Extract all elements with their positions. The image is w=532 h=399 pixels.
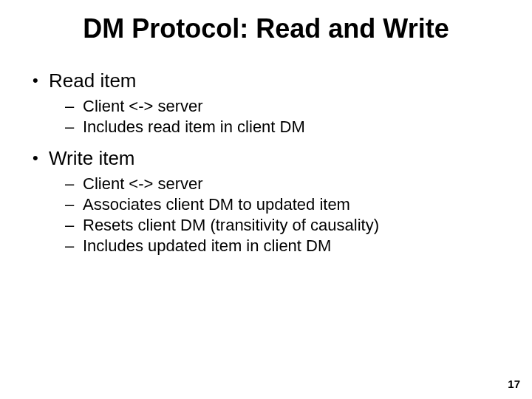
slide-body: Read item Client <-> server Includes rea… [0, 44, 532, 256]
slide: DM Protocol: Read and Write Read item Cl… [0, 0, 532, 399]
subbullet: Includes updated item in client DM [30, 236, 502, 256]
subbullets-write: Client <-> server Associates client DM t… [30, 174, 502, 256]
bullet-read-item: Read item [30, 69, 502, 92]
subbullet: Includes read item in client DM [30, 117, 502, 137]
subbullet: Associates client DM to updated item [30, 195, 502, 214]
subbullet: Resets client DM (transitivity of causal… [30, 216, 502, 235]
subbullets-read: Client <-> server Includes read item in … [30, 97, 502, 137]
page-number: 17 [508, 378, 520, 390]
subbullet: Client <-> server [30, 97, 502, 116]
subbullet: Client <-> server [30, 174, 502, 194]
bullet-write-item: Write item [30, 147, 502, 170]
slide-title: DM Protocol: Read and Write [0, 0, 532, 44]
